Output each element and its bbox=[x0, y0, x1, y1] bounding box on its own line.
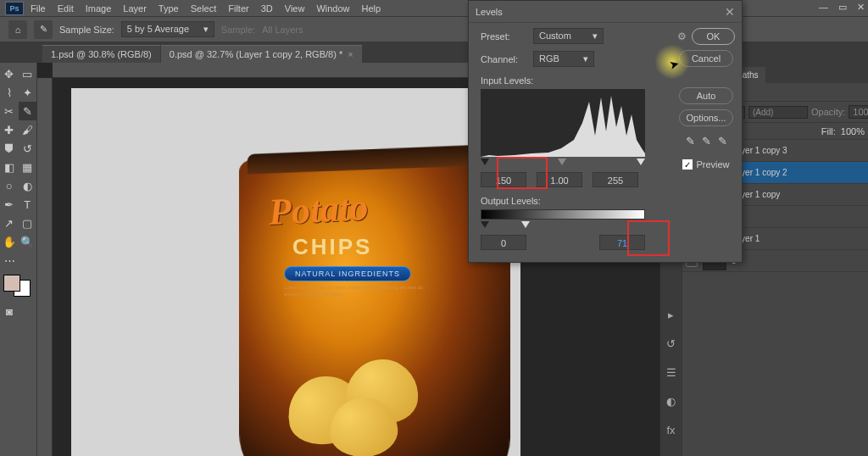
history-brush-tool[interactable]: ↺ bbox=[19, 139, 37, 158]
auto-button[interactable]: Auto bbox=[679, 87, 733, 104]
histogram[interactable] bbox=[481, 89, 645, 157]
dodge-tool[interactable]: ◐ bbox=[19, 176, 37, 195]
white-eyedropper-icon[interactable]: ✎ bbox=[718, 135, 727, 147]
close-icon[interactable]: ✕ bbox=[857, 2, 865, 13]
midtone-slider[interactable] bbox=[558, 158, 566, 165]
input-white-field[interactable]: 255 bbox=[593, 172, 638, 187]
output-white-slider[interactable] bbox=[521, 221, 530, 228]
ps-logo: Ps bbox=[5, 2, 24, 15]
opacity-label: Opacity: bbox=[811, 107, 845, 117]
eraser-tool[interactable]: ◧ bbox=[0, 158, 19, 176]
product-subtext: Lorem ipsum dolor sit amet, consectetur … bbox=[284, 285, 437, 298]
channel-label: Channel: bbox=[481, 54, 526, 64]
edit-toolbar[interactable]: ⋯ bbox=[0, 251, 19, 270]
preview-checkbox[interactable]: ✓ Preview bbox=[682, 159, 729, 170]
menu-select[interactable]: Select bbox=[191, 3, 217, 14]
shape-tool[interactable]: ▢ bbox=[19, 214, 37, 232]
sample-label: Sample: bbox=[221, 25, 255, 35]
tab-0psd[interactable]: 0.psd @ 32.7% (Layer 1 copy 2, RGB/8) *× bbox=[161, 45, 362, 63]
history-panel-icon[interactable]: ↺ bbox=[664, 336, 679, 351]
preset-label: Preset: bbox=[481, 31, 526, 42]
ok-button[interactable]: OK bbox=[692, 28, 735, 45]
restore-icon[interactable]: ▭ bbox=[838, 2, 847, 13]
menu-view[interactable]: View bbox=[285, 3, 305, 14]
black-point-slider[interactable] bbox=[481, 158, 489, 165]
gray-eyedropper-icon[interactable]: ✎ bbox=[702, 135, 711, 147]
crop-tool[interactable]: ✂ bbox=[0, 102, 19, 120]
input-gamma-field[interactable]: 1.00 bbox=[537, 172, 582, 187]
dialog-close-icon[interactable]: ✕ bbox=[725, 5, 735, 19]
chips-text: CHIPS bbox=[292, 234, 372, 260]
marquee-tool[interactable]: ▭ bbox=[19, 64, 37, 83]
all-layers-label: All Layers bbox=[262, 25, 303, 35]
eyedropper-tool[interactable]: ✎ bbox=[19, 102, 37, 120]
hand-tool[interactable]: ✋ bbox=[0, 232, 19, 251]
eyedropper-tool-icon[interactable]: ✎ bbox=[34, 20, 53, 39]
blur-tool[interactable]: ○ bbox=[0, 176, 19, 195]
menu-layer[interactable]: Layer bbox=[123, 3, 147, 14]
svg-marker-0 bbox=[481, 96, 645, 157]
zoom-tool[interactable]: 🔍 bbox=[19, 232, 37, 251]
menu-3d[interactable]: 3D bbox=[261, 3, 273, 14]
output-white-field[interactable]: 71 bbox=[599, 235, 645, 250]
check-icon: ✓ bbox=[682, 159, 693, 170]
chips-bag-image: Potato CHIPS NATURAL INGREDIENTS Lorem i… bbox=[236, 156, 508, 456]
input-levels-label: Input Levels: bbox=[481, 75, 669, 86]
preset-select[interactable]: Custom▾ bbox=[533, 28, 604, 44]
menu-file[interactable]: File bbox=[31, 3, 46, 14]
gradient-tool[interactable]: ▦ bbox=[19, 158, 37, 176]
output-black-field[interactable]: 0 bbox=[481, 235, 526, 250]
tab-1psd[interactable]: 1.psd @ 30.8% (RGB/8) bbox=[42, 45, 160, 63]
output-black-slider[interactable] bbox=[481, 221, 489, 228]
minimize-icon[interactable]: — bbox=[819, 2, 828, 13]
levels-dialog: Levels ✕ Preset: Custom▾ Channel: RGB▾ I… bbox=[468, 0, 743, 263]
properties-panel-icon[interactable]: ☰ bbox=[664, 364, 679, 380]
input-sliders[interactable] bbox=[481, 158, 645, 169]
adjustments-panel-icon[interactable]: ◐ bbox=[664, 393, 679, 409]
natural-badge: NATURAL INGREDIENTS bbox=[284, 266, 411, 281]
menu-type[interactable]: Type bbox=[159, 3, 179, 14]
styles-panel-icon[interactable]: fx bbox=[664, 422, 679, 437]
preview-label: Preview bbox=[696, 159, 729, 170]
black-eyedropper-icon[interactable]: ✎ bbox=[686, 135, 695, 147]
sample-size-select[interactable]: 5 by 5 Average ▾ bbox=[121, 21, 214, 37]
canvas[interactable]: Potato CHIPS NATURAL INGREDIENTS Lorem i… bbox=[71, 88, 520, 456]
cancel-button[interactable]: Cancel bbox=[679, 50, 733, 67]
stamp-tool[interactable]: ⛊ bbox=[0, 139, 19, 158]
menu-filter[interactable]: Filter bbox=[228, 3, 248, 14]
preset-gear-icon[interactable]: ⚙ bbox=[677, 31, 687, 42]
opacity-value[interactable]: 100% bbox=[849, 105, 868, 119]
menu-edit[interactable]: Edit bbox=[58, 3, 74, 14]
potato-text: Potato bbox=[268, 186, 370, 234]
sample-size-label: Sample Size: bbox=[59, 25, 114, 35]
options-button[interactable]: Options... bbox=[679, 109, 733, 126]
white-point-slider[interactable] bbox=[637, 158, 645, 165]
output-gradient[interactable] bbox=[481, 209, 645, 220]
tab-close-icon[interactable]: × bbox=[348, 49, 353, 59]
channel-select[interactable]: RGB▾ bbox=[533, 51, 594, 67]
type-tool[interactable]: T bbox=[19, 195, 37, 214]
brush-tool[interactable]: 🖌 bbox=[19, 120, 37, 139]
add-placeholder[interactable]: (Add) bbox=[748, 106, 808, 119]
dialog-titlebar[interactable]: Levels ✕ bbox=[469, 1, 742, 23]
menu-help[interactable]: Help bbox=[362, 3, 381, 14]
input-black-field[interactable]: 150 bbox=[481, 172, 526, 187]
toolbox: ✥▭ ⌇✦ ✂✎ ✚🖌 ⛊↺ ◧▦ ○◐ ✒T ↗▢ ✋🔍 ⋯ ◙ bbox=[0, 63, 37, 456]
pen-tool[interactable]: ✒ bbox=[0, 195, 19, 214]
menu-image[interactable]: Image bbox=[86, 3, 112, 14]
quickmask-tool[interactable]: ◙ bbox=[0, 302, 19, 320]
output-sliders[interactable] bbox=[481, 221, 645, 231]
menu-window[interactable]: Window bbox=[316, 3, 349, 14]
chips-pile bbox=[287, 351, 440, 453]
fill-label: Fill: bbox=[821, 126, 836, 136]
home-icon[interactable]: ⌂ bbox=[8, 20, 27, 39]
color-swatch[interactable] bbox=[3, 275, 31, 297]
path-tool[interactable]: ↗ bbox=[0, 214, 19, 232]
wand-tool[interactable]: ✦ bbox=[19, 83, 37, 102]
actions-panel-icon[interactable]: ▸ bbox=[664, 307, 679, 322]
move-tool[interactable]: ✥ bbox=[0, 64, 19, 83]
fill-value[interactable]: 100% bbox=[841, 126, 865, 136]
lasso-tool[interactable]: ⌇ bbox=[0, 83, 19, 102]
eyedropper-row: ✎ ✎ ✎ bbox=[686, 135, 727, 147]
heal-tool[interactable]: ✚ bbox=[0, 120, 19, 139]
